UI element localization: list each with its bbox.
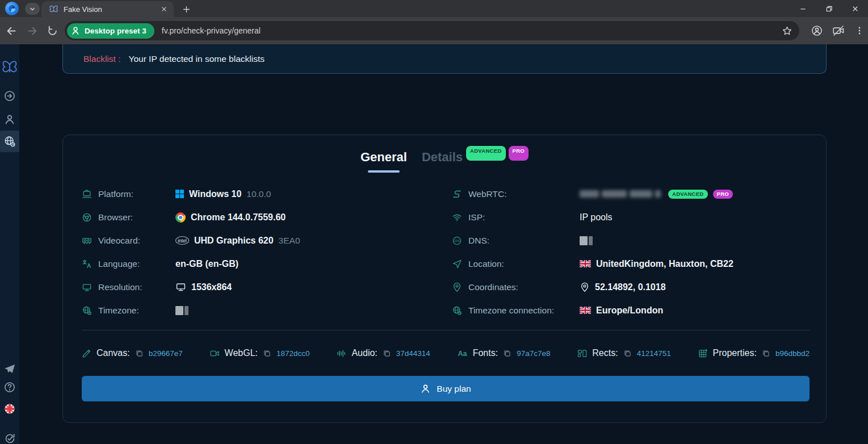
fingerprint-hashes: Canvas: b29667e7 WebGL: 1872dcc0 Audio: … xyxy=(82,343,810,363)
copy-icon[interactable] xyxy=(762,349,770,358)
sidebar-item-proxy-arrow-icon[interactable] xyxy=(0,90,19,102)
browser-app-icon xyxy=(5,2,19,15)
hash-canvas: Canvas: b29667e7 xyxy=(82,348,183,358)
info-grid: Platform: Windows 1010.0.0 Browser: Chro… xyxy=(82,182,810,322)
timezone-icon xyxy=(82,305,92,316)
sidebar-item-profile-icon[interactable] xyxy=(0,113,19,125)
tab-close-icon[interactable] xyxy=(160,5,168,13)
windows-logo-icon xyxy=(175,190,184,198)
row-webrtc: WebRTC: ADVANCED PRO xyxy=(452,182,810,206)
hash-audio: Audio: 37d44314 xyxy=(337,348,430,358)
menu-dots-icon[interactable] xyxy=(854,26,865,36)
person-icon xyxy=(420,383,431,394)
help-icon[interactable] xyxy=(0,381,19,393)
bookmark-star-icon[interactable] xyxy=(782,26,792,36)
page-tabs: General Details ADVANCED PRO xyxy=(63,150,826,165)
svg-text:DNS: DNS xyxy=(454,240,460,242)
pencil-icon xyxy=(82,349,91,358)
copy-icon[interactable] xyxy=(503,349,511,358)
fonts-aa-icon: Aa xyxy=(458,348,468,358)
sidebar xyxy=(0,44,19,444)
video-camera-icon xyxy=(210,349,220,358)
hash-rects: Rects: 41214751 xyxy=(577,348,670,358)
dns-icon: DNS xyxy=(452,236,462,246)
dns-redacted-value xyxy=(580,236,593,245)
platform-icon xyxy=(82,189,92,199)
tab-title: Fake Vision xyxy=(64,5,160,14)
hash-properties: Properties: b96dbbd2 xyxy=(698,348,810,358)
videocard-icon xyxy=(82,236,92,246)
row-resolution: Resolution: 1536x864 xyxy=(82,275,452,299)
browser-toolbar: Desktop preset 3 fv.pro/check-privacy/ge… xyxy=(0,17,868,44)
row-timezone-connection: Timezone connection: Europe/London xyxy=(452,299,810,322)
url-text[interactable]: fv.pro/check-privacy/general xyxy=(162,26,782,35)
webrtc-advanced-badge: ADVANCED xyxy=(668,190,708,199)
pin-icon xyxy=(580,282,590,292)
coordinates-icon xyxy=(452,282,462,292)
chevron-down-icon xyxy=(28,5,36,13)
intel-logo-icon: intel xyxy=(175,236,189,245)
row-location: Location: UnitedKingdom, Hauxton, CB22 xyxy=(452,252,810,275)
pro-badge: PRO xyxy=(509,146,529,161)
copy-icon[interactable] xyxy=(623,349,632,358)
webrtc-icon xyxy=(452,189,462,199)
row-platform: Platform: Windows 1010.0.0 xyxy=(82,182,452,206)
row-dns: DNSDNS: xyxy=(452,229,810,252)
address-bar[interactable]: Desktop preset 3 fv.pro/check-privacy/ge… xyxy=(65,21,799,40)
uk-flag-roundel-icon[interactable] xyxy=(0,403,19,415)
window-close-button[interactable] xyxy=(842,0,868,17)
preset-badge[interactable]: Desktop preset 3 xyxy=(67,23,154,39)
butterfly-favicon xyxy=(49,5,58,14)
webrtc-redacted-ip xyxy=(580,190,661,198)
chrome-logo-icon xyxy=(175,212,186,223)
divider xyxy=(82,330,810,330)
general-card: General Details ADVANCED PRO Platform: W… xyxy=(62,135,827,423)
buy-plan-button[interactable]: Buy plan xyxy=(82,376,810,401)
blacklist-label: Blacklist : xyxy=(83,54,120,64)
tab-search-button[interactable] xyxy=(25,3,40,15)
buy-plan-label: Buy plan xyxy=(437,384,471,394)
isp-wifi-icon xyxy=(452,212,462,223)
telegram-icon[interactable] xyxy=(0,362,19,376)
page-content: Blacklist : Your IP detected in some bla… xyxy=(0,44,868,444)
window-minimize-button[interactable] xyxy=(790,0,816,17)
audio-waveform-icon xyxy=(337,349,346,358)
update-check-icon[interactable] xyxy=(0,433,19,444)
copy-icon[interactable] xyxy=(263,349,271,358)
sidebar-item-privacy-check-icon[interactable] xyxy=(0,135,19,148)
blacklist-banner: Blacklist : Your IP detected in some bla… xyxy=(62,44,827,74)
row-timezone: Timezone: xyxy=(82,299,452,322)
tab-details[interactable]: Details ADVANCED PRO xyxy=(422,150,529,165)
row-videocard: Videocard: intelUHD Graphics 6203EA0 xyxy=(82,229,452,252)
row-language: Language: en-GB (en-GB) xyxy=(82,252,452,275)
back-button[interactable] xyxy=(5,25,17,37)
butterfly-logo[interactable] xyxy=(0,59,19,76)
location-icon xyxy=(452,259,462,269)
blacklist-message: Your IP detected in some blacklists xyxy=(128,54,265,64)
tab-general[interactable]: General xyxy=(360,150,407,165)
copy-icon[interactable] xyxy=(383,349,391,358)
timezone-redacted-value xyxy=(175,306,188,315)
uk-flag-icon xyxy=(580,260,591,267)
rects-layout-icon xyxy=(577,349,587,358)
browser-frame: Fake Vision xyxy=(0,0,868,17)
browser-icon xyxy=(82,212,92,223)
reload-button[interactable] xyxy=(47,26,58,36)
tab-details-label: Details xyxy=(422,150,463,165)
browser-tab[interactable]: Fake Vision xyxy=(41,1,174,17)
forward-button[interactable] xyxy=(27,25,39,37)
camera-blocked-icon[interactable] xyxy=(832,24,845,37)
webrtc-pro-badge: PRO xyxy=(713,190,733,199)
copy-icon[interactable] xyxy=(135,349,144,358)
profile-icon[interactable] xyxy=(811,24,823,37)
svg-text:Aa: Aa xyxy=(458,350,467,358)
row-isp: ISP: IP pools xyxy=(452,206,810,229)
window-restore-button[interactable] xyxy=(816,0,842,17)
new-tab-button[interactable] xyxy=(179,2,193,16)
uk-flag-icon xyxy=(580,307,591,314)
row-browser: Browser: Chrome 144.0.7559.60 xyxy=(82,206,452,229)
advanced-badge: ADVANCED xyxy=(466,146,506,161)
language-icon xyxy=(82,259,92,269)
hash-webgl: WebGL: 1872dcc0 xyxy=(210,348,310,358)
properties-grid-icon xyxy=(698,349,708,358)
